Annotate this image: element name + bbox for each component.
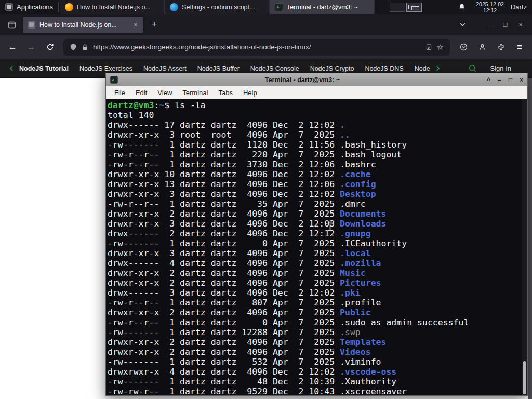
tab-title: How to Install Node.js on...: [39, 21, 128, 29]
gfg-nav-link[interactable]: NodeJS Buffer: [197, 65, 240, 72]
terminal-window-controls: ^ – □ ×: [487, 77, 523, 83]
terminal-menu-tabs[interactable]: Tabs: [213, 89, 237, 97]
applications-icon: [5, 3, 13, 11]
desktop: Applications How to Install Node.js o...…: [0, 0, 532, 399]
terminal-line: drwxr-xr-x 2 dartz dartz 4096 Apr 7 2025…: [108, 347, 521, 357]
gfg-nav-link[interactable]: NodeJS Console: [250, 65, 299, 72]
taskbar-item[interactable]: Settings - codium script...: [165, 0, 270, 14]
terminal-body[interactable]: dartz@vm3:~$ ls -latotal 140drwx------ 1…: [106, 99, 527, 395]
terminal-line: -rw------- 1 dartz dartz 532 Apr 7 2025 …: [108, 357, 521, 367]
terminal-line: -rw-r--r-- 1 dartz dartz 3730 Dec 2 12:0…: [108, 159, 521, 169]
mouse-ibeam-cursor: [327, 221, 333, 233]
panel-clock[interactable]: 2025-12-02 12:12: [476, 1, 504, 14]
terminal-line: drwxr-xr-x 3 dartz dartz 4096 Dec 2 12:0…: [108, 189, 521, 199]
forward-button[interactable]: →: [23, 39, 39, 55]
account-icon[interactable]: [474, 39, 490, 55]
terminal-line: total 140: [108, 110, 521, 120]
lock-icon[interactable]: [82, 44, 88, 51]
clock-date: 2025-12-02: [476, 1, 504, 7]
terminal-line: -rw------- 1 dartz dartz 48 Dec 2 10:39 …: [108, 377, 521, 387]
navigation-toolbar: ← → https://www.geeksforgeeks.org/node-j…: [0, 35, 532, 59]
list-all-tabs-button[interactable]: [455, 17, 470, 33]
window-minimize-button[interactable]: –: [488, 21, 491, 28]
clock-time: 12:12: [476, 7, 504, 14]
gfg-nav-link[interactable]: NodeJS Exercises: [79, 65, 132, 72]
terminal-line: -rw------- 1 dartz dartz 0 Apr 7 2025 .I…: [108, 238, 521, 248]
gfg-nav-link[interactable]: NodeJS Tutorial: [19, 65, 69, 72]
tab-favicon: [28, 21, 35, 29]
taskbar: How to Install Node.js o...Settings - co…: [60, 0, 375, 14]
gfg-nav-link[interactable]: Node: [415, 65, 430, 72]
terminal-line: drwx------ 4 dartz dartz 4096 Apr 7 2025…: [108, 258, 521, 268]
back-button[interactable]: ←: [4, 39, 21, 55]
terminal-line: drwxr-xr-x 3 dartz dartz 4096 Apr 7 2025…: [108, 248, 521, 258]
url-bar[interactable]: https://www.geeksforgeeks.org/node-js/in…: [63, 39, 450, 56]
user-menu[interactable]: Dartz: [511, 3, 527, 11]
terminal-line: -rw------- 1 dartz dartz 1120 Dec 2 11:5…: [108, 140, 521, 150]
terminal-titlebar[interactable]: >_ Terminal - dartz@vm3: ~ ^ – □ ×: [106, 73, 527, 86]
terminal-line: -rw-r--r-- 1 dartz dartz 0 Apr 7 2025 .s…: [108, 317, 521, 327]
tracking-protection-shield-icon[interactable]: [70, 43, 77, 51]
notification-bell-icon[interactable]: [458, 3, 466, 11]
terminal-close-button[interactable]: ×: [520, 77, 523, 83]
search-icon[interactable]: [468, 64, 477, 73]
terminal-line: drwxr-xr-x 10 dartz dartz 4096 Dec 2 12:…: [108, 169, 521, 179]
terminal-line: drwxr-xr-x 13 dartz dartz 4096 Dec 2 12:…: [108, 179, 521, 189]
terminal-line: dartz@vm3:~$ ls -la: [108, 100, 521, 110]
url-text[interactable]: https://www.geeksforgeeks.org/node-js/in…: [93, 43, 421, 51]
terminal-menubar: FileEditViewTerminalTabsHelp: [106, 86, 527, 99]
terminal-rollup-button[interactable]: ^: [487, 77, 490, 83]
taskbar-item[interactable]: How to Install Node.js o...: [60, 0, 165, 14]
gfg-nav-link[interactable]: NodeJS DNS: [365, 65, 403, 72]
terminal-line: drwxr-xr-x 2 dartz dartz 4096 Apr 7 2025…: [108, 337, 521, 347]
tab-strip: How to Install Node.js on... × + – □ ×: [0, 14, 532, 35]
scrollbar-thumb[interactable]: [523, 361, 526, 394]
terminal-menu-terminal[interactable]: Terminal: [177, 89, 213, 97]
terminal-line: -rw------- 1 dartz dartz 12288 Apr 7 202…: [108, 327, 521, 337]
nav-scroll-left-icon[interactable]: [7, 66, 17, 70]
terminal-menu-file[interactable]: File: [109, 89, 130, 97]
taskbar-item-title: How to Install Node.js o...: [77, 4, 151, 11]
applications-menu-button[interactable]: Applications: [0, 0, 58, 14]
workspace-pager[interactable]: [390, 3, 422, 12]
firefox-view-button[interactable]: [4, 17, 20, 33]
terminal-scrollbar[interactable]: [522, 99, 527, 395]
gfg-nav-links: NodeJS TutorialNodeJS ExercisesNodeJS As…: [19, 65, 430, 72]
new-tab-button[interactable]: +: [147, 17, 162, 33]
window-maximize-button[interactable]: □: [503, 21, 508, 28]
terminal-menu-help[interactable]: Help: [238, 89, 262, 97]
extensions-icon[interactable]: [493, 39, 509, 55]
chevron-down-icon: [460, 21, 465, 26]
window-close-button[interactable]: ×: [518, 21, 523, 28]
terminal-line: drwxr-xr-x 3 root root 4096 Apr 7 2025 .…: [108, 130, 521, 140]
app-menu-button[interactable]: ≡: [511, 39, 528, 55]
mini-window: [411, 6, 419, 10]
pocket-icon[interactable]: [455, 39, 472, 55]
terminal-maximize-button[interactable]: □: [509, 77, 512, 83]
gfg-nav-link[interactable]: NodeJS Crypto: [310, 65, 354, 72]
browser-tab[interactable]: How to Install Node.js on... ×: [23, 17, 143, 33]
nav-scroll-right-icon[interactable]: [432, 66, 442, 70]
taskbar-item[interactable]: >_Terminal - dartz@vm3: ~: [270, 0, 375, 14]
terminal-line: drwxr-xr-x 2 dartz dartz 4096 Apr 7 2025…: [108, 278, 521, 288]
terminal-window: >_ Terminal - dartz@vm3: ~ ^ – □ × FileE…: [105, 73, 528, 396]
terminal-menu-edit[interactable]: Edit: [130, 89, 152, 97]
terminal-line: drwxr-xr-x 2 dartz dartz 4096 Apr 7 2025…: [108, 268, 521, 278]
terminal-line: drwxr-xr-x 2 dartz dartz 4096 Apr 7 2025…: [108, 209, 521, 219]
workspace-2[interactable]: [406, 3, 422, 12]
reader-mode-icon[interactable]: [425, 44, 432, 51]
terminal-menu-view[interactable]: View: [152, 89, 177, 97]
reload-button[interactable]: [42, 39, 58, 55]
tab-close-icon[interactable]: ×: [132, 21, 139, 29]
bookmark-star-icon[interactable]: ☆: [437, 43, 444, 52]
gfg-nav-link[interactable]: NodeJS Assert: [143, 65, 187, 72]
workspace-1[interactable]: [390, 3, 405, 12]
terminal-line: -rw-r--r-- 1 dartz dartz 35 Apr 7 2025 .…: [108, 199, 521, 209]
terminal-output: dartz@vm3:~$ ls -latotal 140drwx------ 1…: [108, 100, 521, 395]
terminal-title: Terminal - dartz@vm3: ~: [118, 76, 487, 84]
terminal-line: -rw-r--r-- 1 dartz dartz 807 Apr 7 2025 …: [108, 298, 521, 308]
terminal-line: drwx------ 3 dartz dartz 4096 Dec 2 12:0…: [108, 288, 521, 298]
terminal-minimize-button[interactable]: –: [498, 77, 501, 83]
page-scrollbar[interactable]: [528, 78, 532, 399]
sign-in-button[interactable]: Sign In: [490, 64, 511, 72]
